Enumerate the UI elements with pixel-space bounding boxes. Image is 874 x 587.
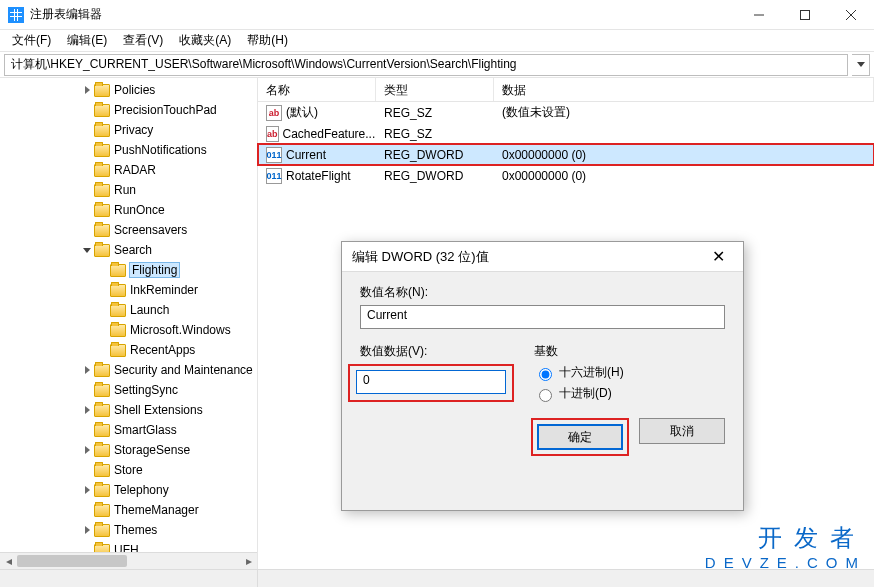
value-type: REG_SZ	[376, 106, 494, 120]
tree-item[interactable]: Microsoft.Windows	[0, 320, 257, 340]
column-data[interactable]: 数据	[494, 78, 874, 101]
tree-item[interactable]: InkReminder	[0, 280, 257, 300]
address-text: 计算机\HKEY_CURRENT_USER\Software\Microsoft…	[11, 56, 517, 73]
tree-item-label: Store	[114, 463, 143, 477]
chevron-right-icon[interactable]	[80, 486, 94, 494]
title-bar: 注册表编辑器	[0, 0, 874, 30]
scroll-right-arrow[interactable]: ▸	[240, 553, 257, 569]
tree-item[interactable]: Store	[0, 460, 257, 480]
minimize-button[interactable]	[736, 0, 782, 30]
value-type: REG_DWORD	[376, 148, 494, 162]
tree-item[interactable]: Run	[0, 180, 257, 200]
tree-item[interactable]: PrecisionTouchPad	[0, 100, 257, 120]
tree-item-label: Telephony	[114, 483, 169, 497]
tree-item[interactable]: Search	[0, 240, 257, 260]
tree-item[interactable]: ThemeManager	[0, 500, 257, 520]
column-type[interactable]: 类型	[376, 78, 494, 101]
tree-panel: PoliciesPrecisionTouchPadPrivacyPushNoti…	[0, 78, 258, 569]
tree-item-label: SettingSync	[114, 383, 178, 397]
chevron-right-icon[interactable]	[80, 86, 94, 94]
edit-dword-dialog: 编辑 DWORD (32 位)值 ✕ 数值名称(N): Current 数值数据…	[341, 241, 744, 511]
chevron-down-icon[interactable]	[80, 248, 94, 253]
tree-item[interactable]: Launch	[0, 300, 257, 320]
tree-item[interactable]: Policies	[0, 80, 257, 100]
value-name: RotateFlight	[286, 169, 351, 183]
tree-item[interactable]: PushNotifications	[0, 140, 257, 160]
menu-view[interactable]: 查看(V)	[115, 30, 171, 51]
value-type: REG_DWORD	[376, 169, 494, 183]
value-data-input[interactable]: 0	[356, 370, 506, 394]
tree-item[interactable]: Flighting	[0, 260, 257, 280]
chevron-right-icon[interactable]	[80, 406, 94, 414]
ok-button[interactable]: 确定	[537, 424, 623, 450]
list-row[interactable]: 011RotateFlightREG_DWORD0x00000000 (0)	[258, 165, 874, 186]
list-header: 名称 类型 数据	[258, 78, 874, 102]
radio-dec-icon[interactable]	[539, 389, 552, 402]
close-button[interactable]	[828, 0, 874, 30]
folder-icon	[94, 424, 110, 437]
list-row[interactable]: 011CurrentREG_DWORD0x00000000 (0)	[258, 144, 874, 165]
radix-dec-radio[interactable]: 十进制(D)	[534, 385, 624, 402]
folder-icon	[110, 264, 126, 277]
value-data: (数值未设置)	[494, 104, 874, 121]
dialog-title: 编辑 DWORD (32 位)值	[352, 248, 703, 266]
value-data-highlight: 0	[348, 364, 514, 402]
string-value-icon: ab	[266, 126, 279, 142]
maximize-button[interactable]	[782, 0, 828, 30]
list-row[interactable]: ab(默认)REG_SZ(数值未设置)	[258, 102, 874, 123]
menu-file[interactable]: 文件(F)	[4, 30, 59, 51]
tree-item[interactable]: SettingSync	[0, 380, 257, 400]
radix-hex-radio[interactable]: 十六进制(H)	[534, 364, 624, 381]
tree-item[interactable]: Themes	[0, 520, 257, 540]
address-dropdown[interactable]	[852, 54, 870, 76]
value-name-input[interactable]: Current	[360, 305, 725, 329]
dialog-close-button[interactable]: ✕	[703, 247, 733, 266]
tree-item-label: Flighting	[130, 263, 179, 277]
tree-item[interactable]: RunOnce	[0, 200, 257, 220]
window-title: 注册表编辑器	[30, 6, 736, 23]
menu-edit[interactable]: 编辑(E)	[59, 30, 115, 51]
value-name: Current	[286, 148, 326, 162]
ok-button-highlight: 确定	[531, 418, 629, 456]
tree-item-label: Privacy	[114, 123, 153, 137]
tree-item-label: Themes	[114, 523, 157, 537]
radio-hex-icon[interactable]	[539, 368, 552, 381]
scroll-thumb[interactable]	[17, 555, 127, 567]
tree-item[interactable]: StorageSense	[0, 440, 257, 460]
menu-favorites[interactable]: 收藏夹(A)	[171, 30, 239, 51]
menu-help[interactable]: 帮助(H)	[239, 30, 296, 51]
tree-horizontal-scrollbar[interactable]: ◂ ▸	[0, 552, 257, 569]
value-name: CachedFeature...	[283, 127, 376, 141]
scroll-left-arrow[interactable]: ◂	[0, 553, 17, 569]
tree-item[interactable]: RADAR	[0, 160, 257, 180]
folder-icon	[94, 484, 110, 497]
folder-icon	[94, 124, 110, 137]
address-input[interactable]: 计算机\HKEY_CURRENT_USER\Software\Microsoft…	[4, 54, 848, 76]
folder-icon	[94, 384, 110, 397]
dword-value-icon: 011	[266, 168, 282, 184]
tree-item[interactable]: Telephony	[0, 480, 257, 500]
tree-item[interactable]: Shell Extensions	[0, 400, 257, 420]
list-row[interactable]: abCachedFeature...REG_SZ	[258, 123, 874, 144]
string-value-icon: ab	[266, 105, 282, 121]
folder-icon	[94, 364, 110, 377]
folder-icon	[94, 464, 110, 477]
folder-icon	[94, 224, 110, 237]
tree-item[interactable]: RecentApps	[0, 340, 257, 360]
tree-item[interactable]: Screensavers	[0, 220, 257, 240]
folder-icon	[94, 444, 110, 457]
tree-item-label: RunOnce	[114, 203, 165, 217]
chevron-right-icon[interactable]	[80, 446, 94, 454]
tree-item[interactable]: SmartGlass	[0, 420, 257, 440]
value-data: 0x00000000 (0)	[494, 169, 874, 183]
tree-item[interactable]: Privacy	[0, 120, 257, 140]
cancel-button[interactable]: 取消	[639, 418, 725, 444]
dialog-titlebar[interactable]: 编辑 DWORD (32 位)值 ✕	[342, 242, 743, 272]
value-name: (默认)	[286, 104, 318, 121]
tree-item-label: Microsoft.Windows	[130, 323, 231, 337]
column-name[interactable]: 名称	[258, 78, 376, 101]
tree-item-label: Security and Maintenance	[114, 363, 253, 377]
tree-item[interactable]: Security and Maintenance	[0, 360, 257, 380]
chevron-right-icon[interactable]	[80, 526, 94, 534]
chevron-right-icon[interactable]	[80, 366, 94, 374]
